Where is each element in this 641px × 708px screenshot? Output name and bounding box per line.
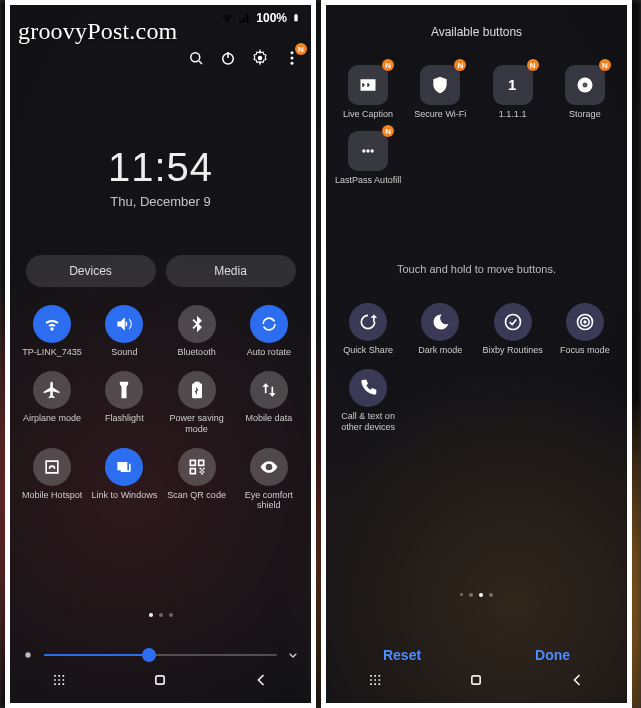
status-bar: 100% (220, 11, 301, 25)
disc-icon (575, 75, 595, 95)
one-icon (503, 75, 523, 95)
media-pill[interactable]: Media (166, 255, 296, 287)
qs-eye-comfort[interactable]: Eye comfort shield (233, 448, 305, 511)
hotspot-icon (42, 457, 62, 477)
sound-icon (114, 314, 134, 334)
more-button[interactable]: N (283, 49, 301, 71)
edit-quick-share[interactable]: Quick Share (332, 303, 404, 355)
qs-power-saving[interactable]: Power saving mode (161, 371, 233, 434)
brightness-track[interactable] (44, 654, 277, 656)
sound-toggle[interactable] (105, 305, 143, 343)
eye-comfort-toggle[interactable] (250, 448, 288, 486)
edit-hint: Touch and hold to move buttons. (326, 263, 627, 275)
home-button[interactable] (150, 670, 170, 694)
available-storage[interactable]: NStorage (549, 65, 621, 119)
focus-mode-toggle[interactable] (566, 303, 604, 341)
link-windows-toggle[interactable] (105, 448, 143, 486)
mobile-data-toggle[interactable] (250, 371, 288, 409)
qs-hotspot[interactable]: Mobile Hotspot (16, 448, 88, 511)
qs-wifi[interactable]: TP-LINK_7435 (16, 305, 88, 357)
available-buttons-title: Available buttons (326, 25, 627, 39)
eye-comfort-label: Eye comfort shield (235, 490, 303, 511)
svg-rect-19 (156, 676, 164, 684)
home-button[interactable] (466, 670, 486, 694)
wifi-toggle[interactable] (33, 305, 71, 343)
qs-scan-qr[interactable]: Scan QR code (161, 448, 233, 511)
watermark: groovyPost.com (18, 18, 177, 45)
cc-icon (358, 75, 378, 95)
edit-page-indicator (326, 593, 627, 597)
svg-rect-17 (294, 15, 297, 22)
qs-mobile-data[interactable]: Mobile data (233, 371, 305, 434)
recents-button[interactable] (50, 670, 70, 694)
lastpass-label: LastPass Autofill (335, 175, 401, 185)
dark-mode-toggle[interactable] (421, 303, 459, 341)
search-button[interactable] (187, 49, 205, 71)
target-icon (575, 312, 595, 332)
scan-qr-toggle[interactable] (178, 448, 216, 486)
brightness-slider[interactable] (20, 647, 301, 663)
link-icon (114, 457, 134, 477)
wifi-status-icon (220, 11, 234, 25)
qs-flashlight[interactable]: Flashlight (88, 371, 160, 434)
airplane-label: Airplane mode (23, 413, 81, 423)
secure-wifi-tile[interactable]: N (420, 65, 460, 105)
search-icon (187, 49, 205, 67)
airplane-toggle[interactable] (33, 371, 71, 409)
dark-mode-label: Dark mode (418, 345, 462, 355)
power-icon (219, 49, 237, 67)
edit-call-text[interactable]: Call & text on other devices (332, 369, 404, 432)
live-caption-tile[interactable]: N (348, 65, 388, 105)
bixby-toggle[interactable] (494, 303, 532, 341)
available-secure-wifi[interactable]: NSecure Wi-Fi (404, 65, 476, 119)
page-indicator (10, 613, 311, 617)
available-lastpass[interactable]: NLastPass Autofill (332, 131, 404, 185)
available-1111[interactable]: N1.1.1.1 (477, 65, 549, 119)
back-button[interactable] (251, 670, 271, 694)
storage-label: Storage (569, 109, 601, 119)
bluetooth-toggle[interactable] (178, 305, 216, 343)
1111-tile[interactable]: N (493, 65, 533, 105)
storage-tile[interactable]: N (565, 65, 605, 105)
available-live-caption[interactable]: NLive Caption (332, 65, 404, 119)
focus-mode-label: Focus mode (560, 345, 610, 355)
new-badge: N (527, 59, 539, 71)
clock: 11:54 Thu, December 9 (10, 145, 311, 209)
hotspot-label: Mobile Hotspot (22, 490, 82, 500)
qs-auto-rotate[interactable]: Auto rotate (233, 305, 305, 357)
signal-icon (238, 11, 252, 25)
qs-link-windows[interactable]: Link to Windows (88, 448, 160, 511)
flashlight-label: Flashlight (105, 413, 144, 423)
back-button[interactable] (567, 670, 587, 694)
reset-button[interactable]: Reset (383, 647, 421, 663)
edit-focus-mode[interactable]: Focus mode (549, 303, 621, 355)
qs-sound[interactable]: Sound (88, 305, 160, 357)
power-saving-toggle[interactable] (178, 371, 216, 409)
edit-dark-mode[interactable]: Dark mode (404, 303, 476, 355)
devices-pill[interactable]: Devices (26, 255, 156, 287)
shield-icon (430, 75, 450, 95)
expand-brightness-icon[interactable] (285, 647, 301, 663)
quick-share-toggle[interactable] (349, 303, 387, 341)
lastpass-tile[interactable]: N (348, 131, 388, 171)
flashlight-toggle[interactable] (105, 371, 143, 409)
call-text-label: Call & text on other devices (334, 411, 402, 432)
settings-button[interactable] (251, 49, 269, 71)
auto-rotate-toggle[interactable] (250, 305, 288, 343)
dots-icon (358, 141, 378, 161)
quick-settings-grid: TP-LINK_7435SoundBluetoothAuto rotateAir… (10, 305, 311, 511)
battery-percent: 100% (256, 11, 287, 25)
power-button[interactable] (219, 49, 237, 71)
hotspot-toggle[interactable] (33, 448, 71, 486)
power-saving-label: Power saving mode (163, 413, 231, 434)
edit-bixby[interactable]: Bixby Routines (477, 303, 549, 355)
link-windows-label: Link to Windows (92, 490, 158, 500)
qs-bluetooth[interactable]: Bluetooth (161, 305, 233, 357)
brightness-thumb[interactable] (142, 648, 156, 662)
qs-airplane[interactable]: Airplane mode (16, 371, 88, 434)
live-caption-label: Live Caption (343, 109, 393, 119)
done-button[interactable]: Done (535, 647, 570, 663)
battery-icon (187, 380, 207, 400)
recents-button[interactable] (366, 670, 386, 694)
call-text-toggle[interactable] (349, 369, 387, 407)
